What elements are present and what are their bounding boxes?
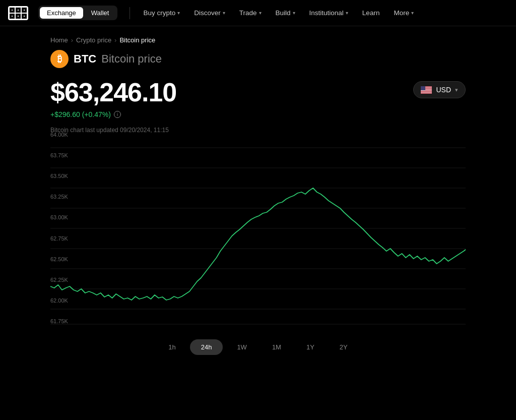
breadcrumb-home[interactable]: Home	[50, 36, 68, 44]
time-btn-1m[interactable]: 1M	[261, 339, 292, 355]
breadcrumb-current: Bitcoin price	[119, 36, 155, 44]
nav-item-institutional[interactable]: Institutional ▾	[304, 6, 353, 20]
price-change: +$296.60 (+0.47%) i	[50, 110, 466, 118]
chevron-down-icon: ▾	[259, 10, 262, 16]
chevron-down-icon: ▾	[346, 10, 348, 16]
chevron-down-icon: ▾	[223, 10, 225, 16]
price-row: $63,246.10 USD ▾	[50, 77, 466, 107]
time-btn-1h[interactable]: 1h	[157, 339, 186, 355]
svg-rect-23	[421, 92, 432, 93]
nav-item-learn[interactable]: Learn	[357, 6, 385, 20]
chart-svg	[50, 138, 466, 329]
coin-name: Bitcoin price	[101, 52, 162, 66]
time-btn-1y[interactable]: 1Y	[295, 339, 326, 355]
time-btn-1w[interactable]: 1W	[226, 339, 258, 355]
main-content: ₿ BTC Bitcoin price $63,246.10	[0, 50, 516, 370]
exchange-toggle-btn[interactable]: Exchange	[40, 7, 83, 19]
coin-symbol: BTC	[74, 52, 96, 66]
nav-item-discover[interactable]: Discover ▾	[189, 6, 230, 20]
svg-rect-21	[421, 91, 432, 92]
currency-label: USD	[436, 86, 451, 94]
time-selector: 1h 24h 1W 1M 1Y 2Y	[50, 329, 466, 370]
svg-rect-20	[421, 91, 432, 91]
svg-rect-6	[12, 10, 13, 11]
currency-selector[interactable]: USD ▾	[413, 81, 466, 98]
svg-rect-8	[24, 10, 25, 11]
breadcrumb-sep-1: ›	[71, 36, 73, 44]
nav-item-build[interactable]: Build ▾	[271, 6, 300, 20]
svg-rect-22	[421, 92, 432, 92]
chevron-down-icon: ▾	[177, 10, 180, 16]
svg-rect-10	[18, 16, 19, 17]
svg-rect-11	[24, 16, 25, 17]
navbar: Exchange Wallet Buy crypto ▾ Discover ▾ …	[0, 0, 516, 26]
breadcrumb-sep-2: ›	[114, 36, 116, 44]
wallet-toggle-btn[interactable]: Wallet	[84, 7, 116, 19]
svg-rect-19	[421, 90, 432, 91]
coin-header: ₿ BTC Bitcoin price	[50, 50, 466, 68]
chevron-down-icon: ▾	[293, 10, 295, 16]
svg-rect-9	[12, 16, 13, 17]
chevron-down-icon: ▾	[411, 10, 414, 16]
nav-item-more[interactable]: More ▾	[389, 6, 419, 20]
chart-updated-text: Bitcoin chart last updated 09/20/2024, 1…	[50, 127, 466, 134]
price-value: $63,246.10	[50, 77, 176, 107]
breadcrumb: Home › Crypto price › Bitcoin price	[0, 26, 516, 50]
chart-line	[50, 188, 466, 300]
nav-item-trade[interactable]: Trade ▾	[234, 6, 267, 20]
svg-rect-7	[18, 10, 19, 11]
breadcrumb-crypto-price[interactable]: Crypto price	[76, 36, 111, 44]
svg-rect-24	[421, 86, 425, 90]
us-flag-icon	[421, 86, 432, 94]
time-btn-24h[interactable]: 24h	[190, 339, 223, 355]
exchange-wallet-toggle: Exchange Wallet	[38, 6, 117, 20]
chevron-down-icon: ▾	[455, 87, 458, 93]
logo[interactable]	[8, 6, 28, 20]
time-btn-2y[interactable]: 2Y	[329, 339, 359, 355]
price-chart	[50, 138, 466, 329]
btc-icon: ₿	[50, 50, 69, 68]
nav-item-buy-crypto[interactable]: Buy crypto ▾	[138, 6, 185, 20]
info-icon[interactable]: i	[114, 111, 121, 118]
nav-divider	[130, 7, 130, 19]
chart-section: Bitcoin chart last updated 09/20/2024, 1…	[50, 127, 466, 329]
